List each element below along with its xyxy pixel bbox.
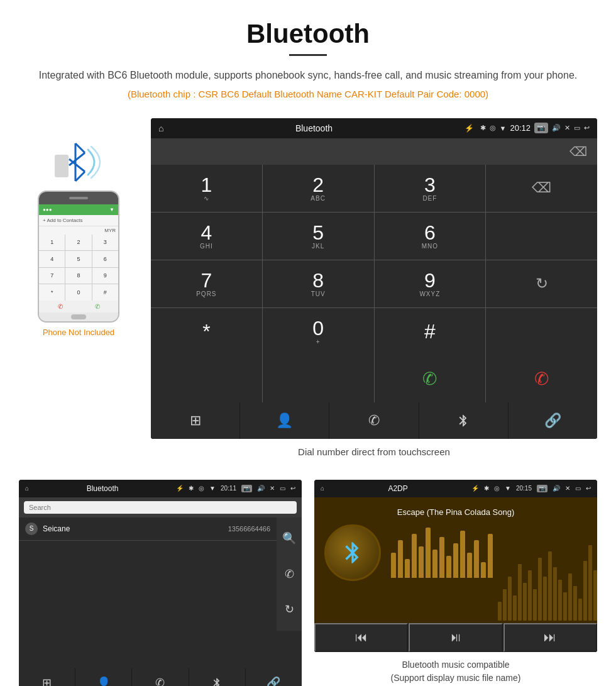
pb-search-input[interactable] [24, 501, 297, 514]
pb-bottom-nav: ⊞ 👤 ✆ 🔗 [19, 668, 302, 686]
music-time: 20:15 [516, 485, 532, 492]
eq-bar-8 [533, 589, 537, 621]
music-close-icon: ✕ [565, 485, 570, 492]
dial-display: ⌫ [151, 138, 597, 165]
page-title: Bluetooth [38, 19, 578, 49]
music-loc-icon: ◎ [494, 485, 500, 492]
dial-key-5[interactable]: 5 JKL [263, 213, 374, 260]
phone-call-buttons: ✆ ✆ [39, 301, 118, 313]
next-track-button[interactable]: ⏭ [503, 623, 597, 652]
dial-key-hash[interactable]: # [375, 308, 486, 355]
nav-link-button[interactable]: 🔗 [509, 402, 597, 439]
pb-nav-grid[interactable]: ⊞ [19, 668, 75, 686]
svg-line-3 [75, 172, 85, 181]
music-vol-icon: 🔊 [553, 485, 560, 492]
phone-key-6: 6 [92, 251, 118, 267]
pb-search-icon-btn[interactable]: 🔍 [282, 531, 296, 545]
pb-app-title: Bluetooth [34, 484, 171, 493]
eq-bar-4 [513, 595, 517, 621]
page-description: Integrated with BC6 Bluetooth module, su… [38, 67, 578, 84]
dial-refresh-button[interactable]: ↻ [486, 260, 597, 307]
pb-nav-contacts[interactable]: 👤 [75, 668, 131, 686]
svg-line-1 [75, 143, 85, 153]
end-call-button[interactable]: ✆ [486, 355, 597, 402]
call-button[interactable]: ✆ [375, 355, 486, 402]
pb-cam-icon: 📷 [241, 485, 252, 492]
phone-speaker [69, 197, 88, 199]
volume-icon: 🔊 [552, 124, 561, 132]
music-caption-line2: (Support display music file name) [391, 673, 521, 683]
vis-bar-1 [391, 553, 396, 578]
nav-bluetooth-button[interactable] [419, 402, 508, 439]
dial-key-3[interactable]: 3 DEF [375, 165, 486, 212]
play-pause-button[interactable]: ⏯ [409, 623, 502, 652]
phone-top-bar [39, 192, 118, 204]
dial-key-9[interactable]: 9 WXYZ [375, 260, 486, 307]
status-bar: ⌂ Bluetooth ⚡ ✱ ◎ ▼ 20:12 📷 🔊 ✕ ▭ ↩ [151, 118, 597, 138]
music-back-icon: ↩ [586, 485, 591, 492]
end-call-icon: ✆ [534, 368, 549, 389]
pb-back-icon: ↩ [290, 485, 295, 492]
dial-key-6[interactable]: 6 MNO [375, 213, 486, 260]
phone-screen: ●●● ▼ + Add to Contacts MYR 1 2 3 4 5 6 … [39, 204, 118, 313]
status-icons: ✱ ◎ ▼ 20:12 📷 🔊 ✕ ▭ ↩ [480, 123, 590, 133]
dial-key-8[interactable]: 8 TUV [263, 260, 374, 307]
dial-empty-4 [486, 308, 597, 355]
pb-contact-number: 13566664466 [228, 525, 270, 533]
bt-status-icon: ✱ [480, 124, 486, 132]
vis-bar-13 [474, 540, 479, 578]
dial-key-1[interactable]: 1 ∿ [151, 165, 262, 212]
phone-key-star: * [39, 284, 65, 301]
nav-grid-button[interactable]: ⊞ [151, 402, 239, 439]
empty-call-1 [151, 355, 262, 402]
vis-bar-11 [460, 531, 465, 578]
phone-key-0: 0 [65, 284, 91, 301]
status-time: 20:12 [510, 123, 531, 133]
pb-vol-icon: 🔊 [257, 485, 265, 492]
eq-bar-19 [588, 545, 592, 621]
close-icon: ✕ [564, 124, 570, 132]
eq-bar-1 [498, 602, 502, 621]
vis-bar-5 [419, 546, 424, 578]
music-song-title: Escape (The Pina Colada Song) [397, 507, 514, 517]
pb-loc-icon: ◎ [199, 485, 204, 492]
pb-status-bar: ⌂ Bluetooth ⚡ ✱ ◎ ▼ 20:11 📷 🔊 ✕ ▭ ↩ [19, 480, 302, 497]
music-controls: ⏮ ⏯ ⏭ [314, 623, 597, 652]
dial-key-2[interactable]: 2 ABC [263, 165, 374, 212]
phone-carrier: ●●● [43, 207, 52, 213]
pb-nav-bluetooth[interactable] [189, 668, 245, 686]
eq-bar-6 [523, 583, 527, 621]
nav-contacts-button[interactable]: 👤 [240, 402, 329, 439]
music-usb-icon: ⚡ [471, 485, 479, 492]
phone-not-included-label: Phone Not Included [43, 328, 114, 337]
dial-key-0[interactable]: 0 + [263, 308, 374, 355]
page-specs: (Bluetooth chip : CSR BC6 Default Blueto… [38, 89, 578, 99]
vis-bar-3 [405, 559, 410, 578]
eq-bar-2 [503, 589, 507, 621]
music-caption-line1: Bluetooth music compatible [402, 660, 509, 670]
phone-key-1: 1 [39, 235, 65, 251]
phone-key-4: 4 [39, 251, 65, 267]
dial-key-4[interactable]: 4 GHI [151, 213, 262, 260]
dial-key-7[interactable]: 7 PQRS [151, 260, 262, 307]
music-app-title: A2DP [329, 484, 466, 493]
vis-bar-8 [439, 537, 444, 578]
nav-phone-button[interactable]: ✆ [329, 402, 418, 439]
pb-refresh-icon-btn[interactable]: ↻ [285, 602, 294, 616]
car-dial-screen: ⌂ Bluetooth ⚡ ✱ ◎ ▼ 20:12 📷 🔊 ✕ ▭ ↩ ⌫ [151, 118, 597, 467]
screen-wrapper: ⌂ Bluetooth ⚡ ✱ ◎ ▼ 20:12 📷 🔊 ✕ ▭ ↩ ⌫ [151, 118, 597, 439]
phonebook-screen: ⌂ Bluetooth ⚡ ✱ ◎ ▼ 20:11 📷 🔊 ✕ ▭ ↩ [19, 480, 302, 686]
pb-search-bar [19, 497, 302, 517]
bluetooth-illustration [53, 137, 104, 187]
pb-phone-icon-btn[interactable]: ✆ [285, 567, 294, 581]
dial-key-star[interactable]: * [151, 308, 262, 355]
pb-nav-phone[interactable]: ✆ [132, 668, 188, 686]
dial-caption: Dial number direct from touchscreen [151, 446, 597, 457]
bottom-nav: ⊞ 👤 ✆ 🔗 [151, 402, 597, 439]
backspace-icon[interactable]: ⌫ [569, 144, 587, 159]
prev-track-button[interactable]: ⏮ [314, 623, 408, 652]
phone-mockup: ●●● ▼ + Add to Contacts MYR 1 2 3 4 5 6 … [38, 191, 119, 323]
music-bt-icon: ✱ [484, 485, 489, 492]
pb-nav-link[interactable]: 🔗 [246, 668, 302, 686]
vis-bar-9 [446, 556, 451, 578]
